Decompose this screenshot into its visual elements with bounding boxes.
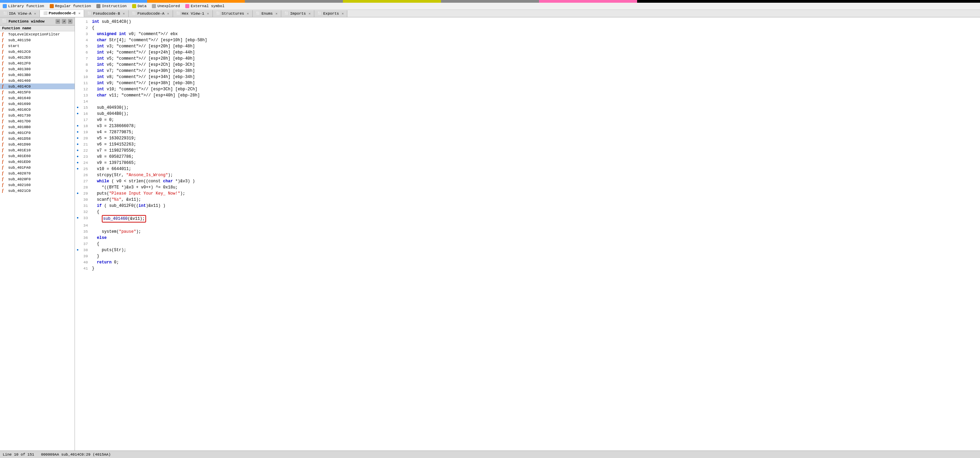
tab-ida-view-a[interactable]: ⬜ IDA View-A ✕ bbox=[0, 10, 40, 17]
tab-bar: ⬜ IDA View-A ✕ ⬜ Pseudocode-C ✕ ⬜ Pseudo… bbox=[0, 10, 980, 18]
func-item[interactable]: fsub_401E10 bbox=[0, 147, 75, 153]
tab-pseudo-c-close[interactable]: ✕ bbox=[78, 11, 80, 15]
func-f-icon: f bbox=[2, 165, 7, 170]
func-f-icon: f bbox=[2, 32, 7, 37]
tab-import-close[interactable]: ✕ bbox=[309, 11, 310, 16]
func-item[interactable]: fsub_401FA0 bbox=[0, 164, 75, 171]
func-item[interactable]: fsub_4016C0 bbox=[0, 107, 75, 112]
line-breakpoint-dot[interactable]: ● bbox=[75, 154, 80, 160]
functions-window-title: Functions window bbox=[8, 19, 45, 24]
func-item[interactable]: fsub_4017D0 bbox=[0, 118, 75, 124]
line-number: 9 bbox=[80, 68, 91, 74]
status-bar: Line 10 of 151 000009AA sub_4014C0:29 (4… bbox=[0, 450, 980, 458]
functions-list[interactable]: fTopLevelExceptionFilterfsub_401150fstar… bbox=[0, 31, 75, 450]
func-item[interactable]: fTopLevelExceptionFilter bbox=[0, 31, 75, 37]
line-number: 17 bbox=[80, 117, 91, 123]
table-row: 11 int v9; "comment">// [esp+38h] [ebp-3… bbox=[75, 80, 980, 86]
line-breakpoint-dot[interactable]: ● bbox=[75, 123, 80, 129]
func-item[interactable]: fsub_401D58 bbox=[0, 136, 75, 141]
tab-pseudocode-a[interactable]: ⬜ Pseudocode-A ✕ bbox=[129, 10, 173, 17]
line-number: 11 bbox=[80, 80, 91, 86]
tab-export-close[interactable]: ✕ bbox=[342, 11, 344, 16]
table-row: 39 } bbox=[75, 253, 980, 259]
line-breakpoint-dot[interactable]: ● bbox=[75, 111, 80, 117]
legend-instruction: Instruction bbox=[96, 4, 127, 8]
tab-ida-label: IDA View-A bbox=[9, 11, 31, 16]
status-address-info: 000009AA sub_4014C0:29 (4015AA) bbox=[41, 453, 111, 456]
legend-library: Library function bbox=[3, 4, 44, 8]
line-breakpoint-dot[interactable]: ● bbox=[75, 247, 80, 253]
legend-data-dot bbox=[132, 4, 136, 8]
tab-ida-close[interactable]: ✕ bbox=[34, 11, 36, 16]
func-item[interactable]: fsub_401730 bbox=[0, 112, 75, 118]
func-item[interactable]: fsub_4012C0 bbox=[0, 49, 75, 54]
functions-float-icon[interactable]: ↗ bbox=[62, 19, 67, 24]
tab-imports[interactable]: ⬜ Imports ✕ bbox=[281, 10, 314, 17]
func-item[interactable]: fsub_401CF0 bbox=[0, 130, 75, 136]
func-item[interactable]: fsub_4012F0 bbox=[0, 60, 75, 66]
code-content[interactable]: 1int sub_4014C0()2{3 unsigned int v0; "c… bbox=[75, 18, 980, 450]
tab-hex-view-1[interactable]: ⬜ Hex View-1 ✕ bbox=[173, 10, 213, 17]
line-breakpoint-dot[interactable]: ● bbox=[75, 190, 80, 196]
tab-enums[interactable]: ⬜ Enums ✕ bbox=[253, 10, 281, 17]
func-item[interactable]: fsub_402070 bbox=[0, 171, 75, 176]
tab-enum-close[interactable]: ✕ bbox=[275, 11, 277, 16]
line-number: 8 bbox=[80, 62, 91, 68]
func-f-icon: f bbox=[2, 67, 7, 72]
line-code: int v7; "comment">// [esp+30h] [ebp-38h] bbox=[91, 68, 980, 74]
line-code: int sub_4014C0() bbox=[91, 19, 980, 25]
func-item[interactable]: fsub_401460 bbox=[0, 78, 75, 83]
func-item[interactable]: fstart bbox=[0, 43, 75, 49]
line-breakpoint-dot[interactable]: ● bbox=[75, 215, 80, 221]
func-item[interactable]: fsub_401640 bbox=[0, 95, 75, 101]
func-item[interactable]: fsub_4015F0 bbox=[0, 89, 75, 95]
func-item[interactable]: fsub_4018B0 bbox=[0, 124, 75, 130]
tab-pseudocode-c[interactable]: ⬜ Pseudocode-C ✕ bbox=[40, 10, 84, 17]
tab-structures[interactable]: ⬜ Structures ✕ bbox=[213, 10, 253, 17]
func-item[interactable]: fsub_4013B0 bbox=[0, 72, 75, 78]
line-breakpoint-dot[interactable]: ● bbox=[75, 160, 80, 166]
table-row: ●29 puts("Please Input Your Key_ Now!"); bbox=[75, 190, 980, 196]
table-row: ●19 v4 = 728779875; bbox=[75, 129, 980, 135]
line-code: v10 = 6644011; bbox=[91, 166, 980, 172]
tab-pseudocode-b[interactable]: ⬜ Pseudocode-B ✕ bbox=[84, 10, 128, 17]
tab-enum-icon: ⬜ bbox=[256, 11, 260, 16]
functions-restore-icon[interactable]: ▭ bbox=[56, 19, 60, 24]
legend-unexplored: Unexplored bbox=[152, 4, 180, 8]
func-item[interactable]: fsub_402160 bbox=[0, 182, 75, 188]
line-code: int v6; "comment">// [esp+2Ch] [ebp-3Ch] bbox=[91, 62, 980, 68]
func-item[interactable]: fsub_4020F0 bbox=[0, 176, 75, 182]
line-breakpoint-dot[interactable]: ● bbox=[75, 141, 80, 148]
func-name: sub_4021C0 bbox=[8, 189, 31, 193]
func-item[interactable]: fsub_4014C0 bbox=[0, 83, 75, 89]
tab-pseudo-a-close[interactable]: ✕ bbox=[167, 11, 169, 16]
functions-window-header: ⬜ Functions window ▭ ↗ ✕ bbox=[0, 18, 75, 26]
tab-struct-close[interactable]: ✕ bbox=[247, 11, 249, 16]
tab-hex-close[interactable]: ✕ bbox=[207, 11, 209, 16]
func-item[interactable]: fsub_401690 bbox=[0, 101, 75, 107]
func-item[interactable]: fsub_4012E0 bbox=[0, 54, 75, 60]
line-code: v6 = 1194152263; bbox=[91, 141, 980, 148]
func-item[interactable]: fsub_401D90 bbox=[0, 141, 75, 147]
legend-regular-label: Regular function bbox=[55, 4, 91, 8]
tab-pseudo-b-close[interactable]: ✕ bbox=[123, 11, 125, 16]
functions-close-icon[interactable]: ✕ bbox=[68, 19, 73, 24]
func-name: TopLevelExceptionFilter bbox=[8, 32, 60, 37]
func-item[interactable]: fsub_401150 bbox=[0, 37, 75, 43]
tab-enum-label: Enums bbox=[261, 11, 273, 16]
line-breakpoint-dot[interactable]: ● bbox=[75, 148, 80, 154]
tab-exports[interactable]: ⬜ Exports ✕ bbox=[314, 10, 347, 17]
func-name: sub_4015F0 bbox=[8, 90, 31, 94]
line-code: sub_4044B0(); bbox=[91, 111, 980, 117]
func-f-icon: f bbox=[2, 177, 7, 182]
line-breakpoint-dot[interactable]: ● bbox=[75, 105, 80, 111]
line-breakpoint-dot[interactable]: ● bbox=[75, 129, 80, 135]
line-breakpoint-dot[interactable]: ● bbox=[75, 135, 80, 141]
func-item[interactable]: fsub_401380 bbox=[0, 66, 75, 72]
func-item[interactable]: fsub_401ED0 bbox=[0, 159, 75, 164]
line-code: else bbox=[91, 235, 980, 241]
func-item[interactable]: fsub_401E60 bbox=[0, 153, 75, 159]
line-breakpoint-dot[interactable]: ● bbox=[75, 166, 80, 172]
func-f-icon: f bbox=[2, 142, 7, 147]
func-item[interactable]: fsub_4021C0 bbox=[0, 188, 75, 193]
